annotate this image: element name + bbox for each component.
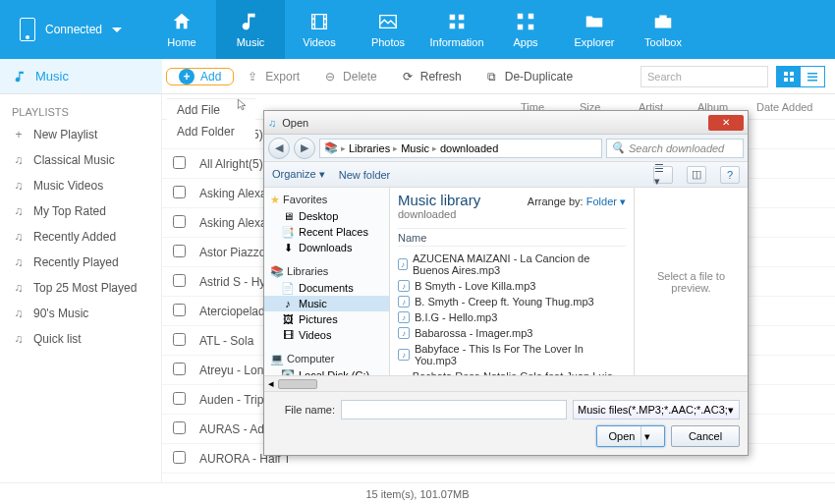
libraries-group[interactable]: 📚 Libraries: [264, 263, 389, 280]
back-button[interactable]: ◀: [268, 138, 290, 159]
file-name-input[interactable]: [341, 400, 567, 420]
delete-button[interactable]: ⊖ Delete: [311, 59, 389, 93]
row-checkbox[interactable]: [173, 156, 186, 169]
search-input[interactable]: Search: [640, 66, 768, 87]
organize-button[interactable]: Organize ▾: [272, 168, 325, 181]
main-nav: Home Music Videos Photos Information App…: [147, 0, 697, 59]
nav-music[interactable]: Music: [216, 0, 285, 59]
row-checkbox[interactable]: [173, 421, 186, 434]
row-checkbox[interactable]: [173, 274, 186, 287]
horizontal-scrollbar[interactable]: ◂: [264, 375, 748, 391]
nav-toolbox[interactable]: Toolbox: [629, 0, 697, 59]
refresh-label: Refresh: [420, 70, 462, 84]
photo-icon: [377, 11, 399, 32]
tree-videos[interactable]: 🎞Videos: [264, 327, 389, 343]
tree-documents[interactable]: 📄Documents: [264, 280, 389, 296]
dialog-titlebar[interactable]: ♫ Open ✕: [264, 111, 748, 135]
music-tab-label: Music: [35, 69, 69, 84]
col-date[interactable]: Date Added: [756, 101, 835, 113]
help-button[interactable]: ?: [720, 166, 740, 184]
refresh-button[interactable]: ⟳ Refresh: [389, 59, 473, 93]
playlist-label: Classical Music: [33, 153, 115, 167]
downloads-icon: ⬇: [282, 242, 294, 253]
nav-explorer[interactable]: Explorer: [560, 0, 629, 59]
playlist-item[interactable]: ♫90's Music: [0, 301, 161, 326]
preview-pane-button[interactable]: ◫: [687, 166, 706, 184]
breadcrumb[interactable]: 📚 ▸ Libraries ▸ Music ▸ downloaded: [319, 139, 602, 158]
music-icon: [240, 11, 261, 32]
add-folder-item[interactable]: Add Folder: [167, 121, 255, 142]
favorites-group[interactable]: ★ Favorites: [264, 192, 389, 208]
computer-icon: 💻: [270, 353, 284, 364]
export-button[interactable]: ⇪ Export: [234, 59, 311, 93]
row-checkbox[interactable]: [173, 392, 186, 405]
row-checkbox[interactable]: [173, 451, 186, 464]
refresh-icon: ⟳: [401, 70, 415, 84]
playlist-item[interactable]: ♫Quick list: [0, 326, 161, 352]
crumb[interactable]: Music: [401, 142, 429, 154]
cancel-button[interactable]: Cancel: [671, 425, 740, 447]
new-folder-button[interactable]: New folder: [339, 169, 391, 181]
playlist-item[interactable]: ♫My Top Rated: [0, 198, 161, 224]
row-checkbox[interactable]: [173, 215, 186, 228]
device-selector[interactable]: Connected: [0, 18, 147, 41]
arrange-by[interactable]: Arrange by: Folder ▾: [528, 196, 626, 208]
file-filter[interactable]: Music files(*.MP3;*.AAC;*.AC3; ▾: [573, 400, 740, 420]
forward-button[interactable]: ▶: [294, 138, 315, 159]
playlist-item[interactable]: ♫Recently Added: [0, 224, 161, 250]
name-column[interactable]: Name: [398, 229, 626, 247]
open-button[interactable]: Open▾: [596, 425, 665, 447]
tree-disk-c[interactable]: 💽Local Disk (C:): [264, 367, 389, 375]
file-item[interactable]: ♪B. Smyth - Creep ft. Young Thug.mp3: [398, 294, 626, 309]
playlist-item[interactable]: ♫Classical Music: [0, 147, 161, 173]
tree-pictures[interactable]: 🖼Pictures: [264, 311, 389, 327]
computer-group[interactable]: 💻 Computer: [264, 351, 389, 367]
deduplicate-button[interactable]: ⧉ De-Duplicate: [473, 59, 584, 93]
doc-icon: 📄: [282, 282, 294, 294]
row-checkbox[interactable]: [173, 186, 186, 198]
audio-file-icon: ♪: [398, 258, 408, 270]
tree-music[interactable]: ♪Music: [264, 296, 389, 311]
file-item[interactable]: ♪Bachata Rosa Natalie Cole feat Juan Lui…: [398, 368, 626, 375]
playlist-item[interactable]: ♫Music Videos: [0, 173, 161, 198]
list-view-button[interactable]: [801, 67, 824, 86]
playlist-item[interactable]: ♫Top 25 Most Played: [0, 275, 161, 301]
open-split-icon[interactable]: ▾: [640, 426, 652, 446]
file-item[interactable]: ♪Babyface - This Is For The Lover In You…: [398, 341, 626, 368]
tree-recent[interactable]: 📑Recent Places: [264, 224, 389, 240]
cursor-icon: [236, 98, 250, 112]
nav-videos[interactable]: Videos: [285, 0, 354, 59]
folder-icon: [584, 11, 605, 32]
nav-label: Music: [237, 36, 265, 48]
file-name-label: File name:: [272, 404, 335, 416]
add-button[interactable]: + Add: [167, 69, 233, 84]
crumb[interactable]: Libraries: [349, 142, 390, 154]
tree-downloads[interactable]: ⬇Downloads: [264, 240, 389, 255]
scroll-thumb[interactable]: [278, 379, 317, 389]
tree-desktop[interactable]: 🖥Desktop: [264, 208, 389, 224]
dialog-search[interactable]: 🔍 Search downloaded: [606, 139, 744, 158]
nav-photos[interactable]: Photos: [354, 0, 422, 59]
app-logo-icon: ♫: [268, 117, 276, 129]
nav-information[interactable]: Information: [422, 0, 491, 59]
grid-view-button[interactable]: [777, 67, 801, 86]
add-highlight: + Add Add File Add Folder: [166, 68, 234, 85]
close-button[interactable]: ✕: [708, 115, 744, 131]
row-checkbox[interactable]: [173, 363, 186, 375]
row-checkbox[interactable]: [173, 333, 186, 346]
library-heading: Music library: [398, 192, 480, 208]
row-checkbox[interactable]: [173, 245, 186, 257]
nav-apps[interactable]: Apps: [491, 0, 560, 59]
file-item[interactable]: ♪B Smyth - Love Killa.mp3: [398, 278, 626, 294]
crumb[interactable]: downloaded: [440, 142, 498, 154]
playlist-item[interactable]: +New Playlist: [0, 122, 161, 147]
file-item[interactable]: ♪B.I.G - Hello.mp3: [398, 309, 626, 325]
view-options-button[interactable]: ☰ ▾: [653, 166, 673, 184]
file-name: AZUCENA MAIZANI - La Cancion de Buenos A…: [413, 252, 626, 276]
nav-home[interactable]: Home: [147, 0, 216, 59]
row-checkbox[interactable]: [173, 304, 186, 316]
playlist-item[interactable]: ♫Recently Played: [0, 250, 161, 275]
music-tab[interactable]: Music: [0, 59, 162, 93]
file-item[interactable]: ♪Babarossa - Imager.mp3: [398, 325, 626, 341]
file-item[interactable]: ♪AZUCENA MAIZANI - La Cancion de Buenos …: [398, 251, 626, 278]
